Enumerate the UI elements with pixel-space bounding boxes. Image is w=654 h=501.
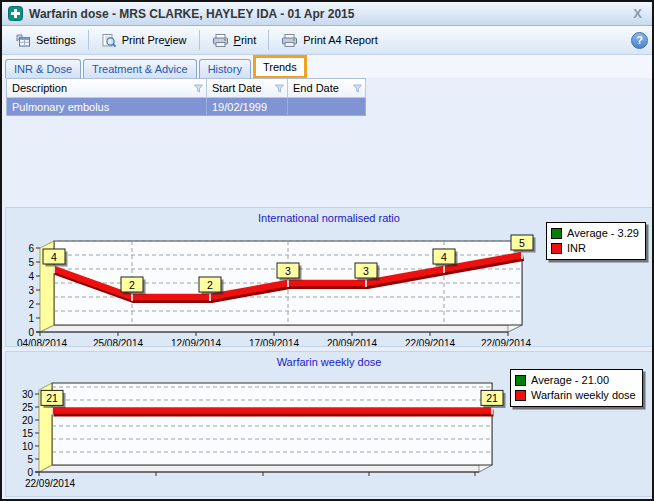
svg-text:15: 15 [22,428,34,439]
inr-chart-legend: Average - 3.29 INR [546,222,646,260]
svg-text:4: 4 [51,251,57,263]
filter-funnel-icon[interactable] [275,84,284,93]
dose-chart-title: Warfarin weekly dose [6,356,652,368]
svg-text:2: 2 [28,299,34,310]
print-preview-label: Print Preview [122,34,187,46]
legend-item-weekly-dose: Warfarin weekly dose [515,388,636,403]
help-button[interactable]: ? [631,32,648,49]
print-icon [212,33,229,48]
average-swatch [515,375,526,386]
legend-item-average: Average - 3.29 [551,226,639,241]
print-a4-report-button[interactable]: Print A4 Report [272,29,387,52]
svg-text:4: 4 [28,271,34,282]
svg-text:6: 6 [28,243,34,254]
svg-text:25: 25 [22,402,34,413]
dose-chart-panel: Warfarin weekly dose 05101520253022/09/2… [5,351,653,497]
column-header-description[interactable]: Description [7,79,207,98]
svg-text:3: 3 [363,265,369,277]
filter-funnel-icon[interactable] [194,84,203,93]
settings-button[interactable]: Settings [6,29,85,52]
svg-text:12/09/2014: 12/09/2014 [171,338,221,346]
toolbar-separator [199,30,200,50]
svg-text:5: 5 [27,454,33,465]
indication-table: Description Start Date End Date Pulmonar… [6,78,366,116]
svg-text:2: 2 [207,279,213,291]
table-header-row: Description Start Date End Date [7,79,366,98]
cell-description: Pulmonary embolus [7,98,207,116]
svg-text:17/09/2014: 17/09/2014 [249,338,299,346]
svg-text:21: 21 [46,392,58,404]
inr-swatch [551,243,562,254]
table-row-selected[interactable]: Pulmonary embolus 19/02/1999 [7,98,366,116]
title-bar: Warfarin dose - MRS CLARKE, HAYLEY IDA -… [2,2,652,26]
print-preview-icon [101,33,117,48]
legend-item-inr: INR [551,241,639,256]
svg-text:20/09/2014: 20/09/2014 [327,338,377,346]
svg-text:0: 0 [27,467,33,478]
svg-text:21: 21 [486,392,498,404]
app-icon [8,6,23,21]
tab-treatment-and-advice[interactable]: Treatment & Advice [83,59,197,78]
svg-text:10: 10 [22,441,34,452]
tab-inr-and-dose[interactable]: INR & Dose [5,59,81,78]
svg-text:5: 5 [28,257,34,268]
warfarin-dose-window: Warfarin dose - MRS CLARKE, HAYLEY IDA -… [0,0,654,501]
filter-funnel-icon[interactable] [353,84,362,93]
close-button[interactable]: X [629,6,646,21]
weekly-dose-swatch [515,390,526,401]
legend-item-average: Average - 21.00 [515,373,636,388]
svg-text:22/09/2014: 22/09/2014 [405,338,455,346]
window-title: Warfarin dose - MRS CLARKE, HAYLEY IDA -… [29,7,623,21]
svg-text:22/09/2014: 22/09/2014 [25,478,75,489]
svg-text:30: 30 [22,389,34,400]
svg-text:3: 3 [285,265,291,277]
inr-chart-panel: International normalised ratio 012345604… [5,207,653,347]
print-a4-report-label: Print A4 Report [303,34,378,46]
print-a4-report-icon [281,33,298,48]
tab-history[interactable]: History [199,59,251,78]
svg-text:5: 5 [519,237,525,249]
cell-end-date [288,98,366,116]
settings-label: Settings [36,34,76,46]
column-header-end-date[interactable]: End Date [288,79,366,98]
svg-text:04/08/2014: 04/08/2014 [17,338,67,346]
svg-text:20: 20 [22,415,34,426]
svg-text:4: 4 [441,251,447,263]
toolbar: Settings Print Preview Print [2,26,652,55]
print-button[interactable]: Print [203,29,266,52]
average-swatch [551,228,562,239]
column-header-start-date[interactable]: Start Date [207,79,288,98]
cell-start-date: 19/02/1999 [207,98,288,116]
print-label: Print [234,34,257,46]
dose-chart-legend: Average - 21.00 Warfarin weekly dose [510,369,643,407]
svg-text:2: 2 [129,279,135,291]
svg-text:1: 1 [28,313,34,324]
settings-icon [15,33,31,48]
trends-highlight-annotation: Trends [253,55,307,79]
toolbar-separator [88,30,89,50]
print-preview-button[interactable]: Print Preview [92,29,196,52]
tab-trends[interactable]: Trends [256,58,304,76]
svg-text:25/08/2014: 25/08/2014 [93,338,143,346]
svg-text:22/09/2014: 22/09/2014 [481,338,531,346]
tab-bar: INR & Dose Treatment & Advice History Tr… [2,55,652,78]
svg-text:0: 0 [28,327,34,338]
toolbar-separator [268,30,269,50]
svg-text:3: 3 [28,285,34,296]
